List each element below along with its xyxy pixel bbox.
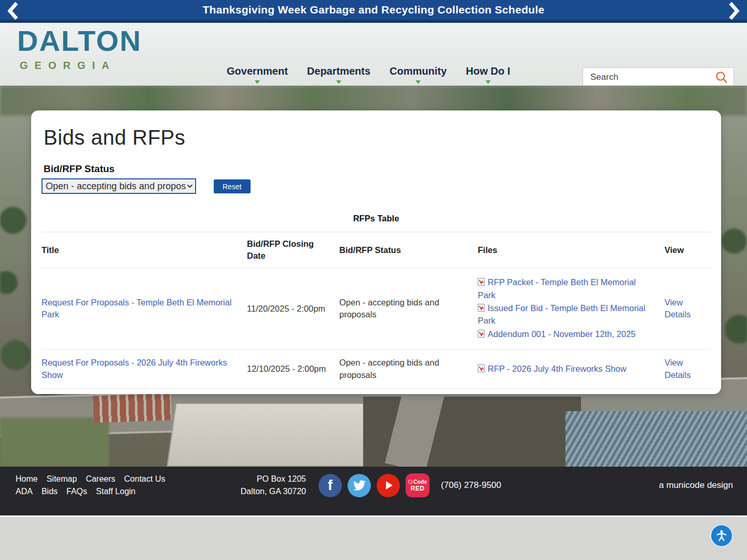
nav-label: Departments — [307, 65, 370, 77]
reset-button[interactable]: Reset — [214, 179, 251, 193]
file-link[interactable]: RFP - 2026 July 4th Fireworks Show — [488, 364, 626, 373]
chevron-down-icon — [336, 80, 341, 84]
search-icon[interactable] — [715, 71, 728, 84]
bottom-strip — [0, 515, 747, 560]
nav-label: Government — [227, 65, 288, 77]
address-line: PO Box 1205 — [218, 473, 306, 485]
view-details-link[interactable]: View Details — [665, 358, 690, 379]
rfp-title-link[interactable]: Request For Proposals - 2026 July 4th Fi… — [42, 358, 227, 379]
nav-item-government[interactable]: Government — [227, 65, 288, 84]
search-input[interactable] — [583, 72, 715, 82]
table-row: Request For Proposals - Temple Beth El M… — [42, 268, 711, 349]
site-header: DALTON GEORGIA GovernmentDepartmentsComm… — [0, 23, 747, 86]
filter-row: Open - accepting bids and proposals Rese… — [42, 178, 711, 194]
pdf-icon — [478, 303, 485, 315]
chevron-down-icon — [255, 80, 260, 84]
file-line: RFP Packet - Temple Beth El Memorial Par… — [478, 276, 652, 301]
status-cell: Open - accepting bids and proposals — [339, 349, 478, 389]
footer-links-row: HomeSitemapCareersContact Us — [16, 473, 197, 485]
pdf-icon — [478, 363, 485, 375]
twitter-icon[interactable] — [348, 474, 371, 497]
rfp-title-link[interactable]: Request For Proposals - Temple Beth El M… — [42, 298, 232, 319]
youtube-icon[interactable] — [377, 474, 400, 497]
column-header: Bid/RFP Status — [339, 232, 478, 268]
municode-credit-link[interactable]: a municode design — [659, 480, 733, 491]
file-link[interactable]: Issued For Bid - Temple Beth El Memorial… — [478, 303, 645, 325]
footer: HomeSitemapCareersContact UsADABidsFAQsS… — [0, 467, 747, 515]
codered-label-top: Code — [413, 479, 427, 485]
codered-icon[interactable]: CodeRED — [406, 473, 430, 497]
nav-item-departments[interactable]: Departments — [307, 65, 370, 84]
rfps-table: TitleBid/RFP Closing DateBid/RFP StatusF… — [42, 232, 711, 389]
table-caption: RFPs Table — [42, 214, 711, 223]
table-header-row: TitleBid/RFP Closing DateBid/RFP StatusF… — [42, 232, 711, 268]
footer-link-ada[interactable]: ADA — [16, 485, 33, 498]
status-select-value: Open - accepting bids and proposals — [46, 181, 186, 192]
title-cell: Request For Proposals - Temple Beth El M… — [42, 268, 247, 349]
nav-item-community[interactable]: Community — [390, 65, 447, 84]
column-header: Files — [478, 232, 665, 268]
logo-city-text: DALTON — [17, 26, 142, 57]
column-header: View — [665, 232, 711, 268]
status-select[interactable]: Open - accepting bids and proposals — [42, 178, 196, 194]
closing-date-cell: 12/10/2025 - 2:00pm — [247, 349, 339, 389]
main-nav: GovernmentDepartmentsCommunityHow Do I — [227, 65, 510, 84]
file-line: RFP - 2026 July 4th Fireworks Show — [478, 363, 652, 375]
page-title: Bids and RFPs — [44, 126, 711, 149]
chevron-down-icon — [187, 184, 193, 188]
view-details-link[interactable]: View Details — [665, 298, 690, 319]
chevron-down-icon — [416, 80, 421, 84]
column-header: Title — [42, 232, 247, 268]
files-cell: RFP Packet - Temple Beth El Memorial Par… — [478, 268, 665, 349]
nav-label: How Do I — [466, 65, 510, 77]
banner-previous-icon[interactable] — [5, 2, 21, 20]
footer-link-home[interactable]: Home — [16, 473, 38, 485]
file-link[interactable]: RFP Packet - Temple Beth El Memorial Par… — [478, 277, 636, 299]
footer-link-staff-login[interactable]: Staff Login — [96, 485, 135, 498]
title-cell: Request For Proposals - 2026 July 4th Fi… — [42, 349, 247, 389]
footer-links: HomeSitemapCareersContact UsADABidsFAQsS… — [16, 473, 197, 498]
photo-crosswalk — [93, 393, 172, 423]
photo-metal-roof — [565, 411, 747, 467]
column-header: Bid/RFP Closing Date — [247, 232, 339, 268]
file-line: Issued For Bid - Temple Beth El Memorial… — [478, 302, 652, 327]
logo-state-text: GEORGIA — [20, 60, 142, 72]
pdf-icon — [478, 277, 485, 289]
nav-label: Community — [390, 65, 447, 77]
search-box — [583, 67, 734, 87]
footer-link-contact-us[interactable]: Contact Us — [124, 473, 165, 485]
address-line: Dalton, GA 30720 — [218, 485, 306, 498]
status-cell: Open - accepting bids and proposals — [339, 268, 478, 349]
codered-dot — [408, 480, 412, 484]
files-cell: RFP - 2026 July 4th Fireworks Show — [478, 349, 665, 389]
banner-title[interactable]: Thanksgiving Week Garbage and Recycling … — [0, 4, 747, 16]
photo-building-roof — [167, 403, 378, 467]
view-cell: View Details — [665, 349, 711, 389]
accessibility-person-icon — [715, 529, 728, 542]
footer-social: fCodeRED — [319, 473, 430, 497]
closing-date-cell: 11/20/2025 - 2:00pm — [247, 268, 339, 349]
pdf-icon — [478, 329, 485, 341]
table-row: Request For Proposals - 2026 July 4th Fi… — [42, 349, 711, 389]
banner-next-icon[interactable] — [726, 2, 742, 20]
footer-link-careers[interactable]: Careers — [86, 473, 115, 485]
nav-item-how-do-i[interactable]: How Do I — [466, 65, 510, 84]
site-logo[interactable]: DALTON GEORGIA — [17, 26, 142, 72]
filter-label: Bid/RFP Status — [44, 163, 711, 175]
file-line: Addendum 001 - November 12th, 2025 — [478, 328, 652, 341]
file-link[interactable]: Addendum 001 - November 12th, 2025 — [488, 329, 635, 339]
alert-banner: Thanksgiving Week Garbage and Recycling … — [0, 0, 747, 23]
content-card: Bids and RFPs Bid/RFP Status Open - acce… — [31, 110, 721, 394]
codered-label: Code — [408, 479, 427, 485]
view-cell: View Details — [665, 268, 711, 349]
chevron-down-icon — [486, 80, 491, 84]
facebook-icon[interactable]: f — [319, 474, 342, 497]
page: Thanksgiving Week Garbage and Recycling … — [0, 0, 747, 560]
accessibility-button[interactable] — [710, 524, 733, 547]
photo-lawn — [0, 417, 109, 467]
footer-link-faqs[interactable]: FAQs — [66, 485, 87, 498]
footer-link-sitemap[interactable]: Sitemap — [47, 473, 77, 485]
footer-link-bids[interactable]: Bids — [42, 485, 58, 498]
footer-address: PO Box 1205 Dalton, GA 30720 — [218, 473, 306, 498]
footer-phone: (706) 278-9500 — [441, 480, 501, 491]
